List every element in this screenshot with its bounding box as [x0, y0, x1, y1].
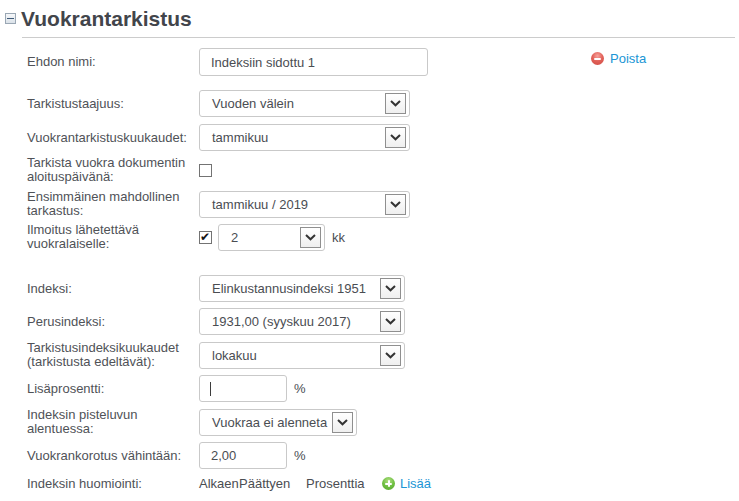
tarkista-vuokra-checkbox[interactable] — [199, 164, 212, 177]
select-value: 2 — [231, 230, 238, 245]
tarkistustaajuus-label: Tarkistustaajuus: — [27, 97, 199, 111]
rent-review-form: Ehdon nimi: Tarkistustaajuus: Vuoden väl… — [27, 48, 431, 491]
percent-suffix: % — [294, 448, 306, 463]
row-tarkista-vuokra: Tarkista vuokra dokumentin aloituspäivän… — [27, 156, 431, 184]
lisaa-add-link[interactable]: Lisää — [382, 476, 431, 491]
perusindeksi-select[interactable]: 1931,00 (syyskuu 2017) — [199, 308, 405, 335]
row-tarkistusindeksikuukaudet: Tarkistusindeksikuukaudet (tarkistusta e… — [27, 341, 431, 369]
select-value: tammikuu — [212, 130, 268, 145]
row-ehdon-nimi: Ehdon nimi: — [27, 48, 431, 76]
chevron-down-icon[interactable] — [380, 311, 401, 332]
column-header-alkaen: Alkaen — [199, 476, 239, 491]
chevron-down-icon[interactable] — [385, 93, 406, 114]
chevron-down-icon[interactable] — [380, 345, 401, 366]
ensimmainen-tarkastus-select[interactable]: tammikuu / 2019 — [199, 191, 410, 218]
chevron-down-icon[interactable] — [385, 127, 406, 148]
lisaprosentti-label: Lisäprosentti: — [27, 382, 199, 396]
plus-circle-icon — [382, 477, 395, 490]
column-header-paattyen: Päättyen — [239, 476, 306, 491]
row-perusindeksi: Perusindeksi: 1931,00 (syyskuu 2017) — [27, 308, 431, 335]
chevron-down-icon[interactable] — [300, 227, 321, 248]
row-vuokrankorotus: Vuokrankorotus vähintään: % — [27, 442, 431, 469]
row-vuokrantarkistuskuukaudet: Vuokrantarkistuskuukaudet: tammikuu — [27, 124, 431, 151]
vuokrantarkistuskuukaudet-label: Vuokrantarkistuskuukaudet: — [27, 131, 199, 145]
collapse-minus-box-icon[interactable] — [5, 13, 16, 24]
row-ensimmainen-tarkastus: Ensimmäinen mahdollinen tarkastus: tammi… — [27, 190, 431, 218]
poista-label: Poista — [610, 51, 646, 66]
ehdon-nimi-label: Ehdon nimi: — [27, 55, 199, 69]
chevron-down-icon[interactable] — [380, 278, 401, 299]
chevron-down-icon[interactable] — [332, 412, 353, 433]
row-ilmoitus: Ilmoitus lähetettävä vuokralaiselle: 2 k… — [27, 223, 431, 251]
kk-suffix: kk — [332, 230, 345, 245]
page-title: Vuokrantarkistus — [21, 7, 192, 31]
ensimmainen-tarkastus-label: Ensimmäinen mahdollinen tarkastus: — [27, 190, 199, 218]
select-value: tammikuu / 2019 — [212, 197, 308, 212]
select-value: lokakuu — [212, 348, 257, 363]
text-caret — [210, 382, 211, 396]
select-value: Vuoden välein — [212, 96, 294, 111]
divider — [22, 37, 735, 38]
vuokrankorotus-input[interactable] — [199, 442, 287, 469]
indeksi-label: Indeksi: — [27, 282, 199, 296]
tarkista-vuokra-label: Tarkista vuokra dokumentin aloituspäivän… — [27, 156, 199, 184]
indeksi-select[interactable]: Elinkustannusindeksi 1951 — [199, 275, 405, 302]
vuokrantarkistuskuukaudet-select[interactable]: tammikuu — [199, 124, 410, 151]
tarkistusindeksikuukaudet-select[interactable]: lokakuu — [199, 342, 405, 369]
lisaprosentti-input[interactable] — [199, 375, 287, 402]
row-indeksi: Indeksi: Elinkustannusindeksi 1951 — [27, 275, 431, 302]
lisaa-label: Lisää — [400, 476, 431, 491]
select-value: Elinkustannusindeksi 1951 — [212, 281, 366, 296]
pisteluvun-alentuessa-label: Indeksin pisteluvun alentuessa: — [27, 408, 199, 436]
ilmoitus-checkbox[interactable] — [199, 231, 212, 244]
tarkistustaajuus-select[interactable]: Vuoden välein — [199, 90, 410, 117]
minus-circle-icon — [591, 52, 604, 65]
ilmoitus-label: Ilmoitus lähetettävä vuokralaiselle: — [27, 223, 199, 251]
row-indeksin-huomiointi: Indeksin huomiointi: Alkaen Päättyen Pro… — [27, 476, 431, 491]
ilmoitus-months-select[interactable]: 2 — [218, 224, 325, 251]
row-lisaprosentti: Lisäprosentti: % — [27, 375, 431, 402]
vuokrantarkistus-panel: Vuokrantarkistus Poista Ehdon nimi: Tark… — [0, 0, 739, 501]
perusindeksi-label: Perusindeksi: — [27, 315, 199, 329]
select-value: 1931,00 (syyskuu 2017) — [212, 314, 351, 329]
row-tarkistustaajuus: Tarkistustaajuus: Vuoden välein — [27, 90, 431, 117]
poista-remove-link[interactable]: Poista — [591, 51, 646, 66]
chevron-down-icon[interactable] — [385, 194, 406, 215]
select-value: Vuokraa ei alenneta — [212, 415, 327, 430]
percent-suffix: % — [294, 381, 306, 396]
ehdon-nimi-input[interactable] — [199, 48, 428, 76]
indeksin-huomiointi-label: Indeksin huomiointi: — [27, 477, 199, 491]
pisteluvun-alentuessa-select[interactable]: Vuokraa ei alenneta — [199, 409, 357, 436]
column-header-prosenttia: Prosenttia — [306, 476, 380, 491]
vuokrankorotus-label: Vuokrankorotus vähintään: — [27, 449, 199, 463]
tarkistusindeksikuukaudet-label: Tarkistusindeksikuukaudet (tarkistusta e… — [27, 341, 199, 369]
row-pisteluvun-alentuessa: Indeksin pisteluvun alentuessa: Vuokraa … — [27, 408, 431, 436]
